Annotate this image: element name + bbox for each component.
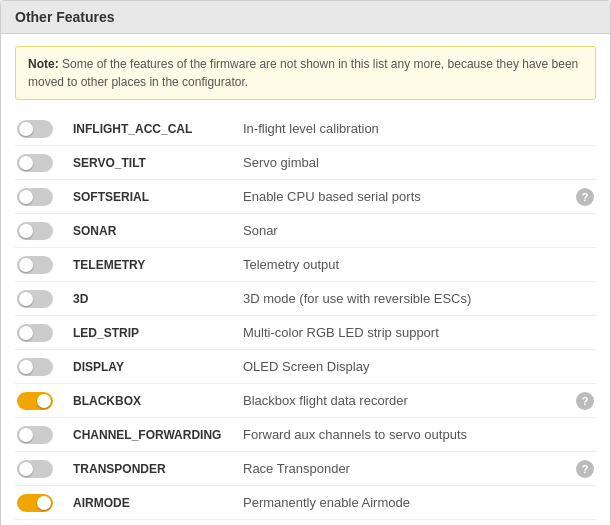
feature-desc-channel-forwarding: Forward aux channels to servo outputs bbox=[243, 427, 594, 442]
toggle-led-strip[interactable] bbox=[17, 324, 73, 342]
feature-row: SOFTSERIALEnable CPU based serial ports? bbox=[15, 180, 596, 214]
feature-row: AIRMODEPermanently enable Airmode bbox=[15, 486, 596, 520]
feature-desc-sonar: Sonar bbox=[243, 223, 594, 238]
feature-row: SONARSonar bbox=[15, 214, 596, 248]
feature-row: CHANNEL_FORWARDINGForward aux channels t… bbox=[15, 418, 596, 452]
toggle-telemetry[interactable] bbox=[17, 256, 73, 274]
panel-body: Note: Some of the features of the firmwa… bbox=[1, 34, 610, 525]
feature-row: TELEMETRYTelemetry output bbox=[15, 248, 596, 282]
feature-row: SERVO_TILTServo gimbal bbox=[15, 146, 596, 180]
feature-row: INFLIGHT_ACC_CALIn-flight level calibrat… bbox=[15, 112, 596, 146]
feature-desc-softserial: Enable CPU based serial ports bbox=[243, 189, 570, 204]
toggle-transponder[interactable] bbox=[17, 460, 73, 478]
feature-desc-transponder: Race Transponder bbox=[243, 461, 570, 476]
note-prefix: Note: bbox=[28, 57, 59, 71]
feature-row: DISPLAYOLED Screen Display bbox=[15, 350, 596, 384]
feature-desc-display: OLED Screen Display bbox=[243, 359, 594, 374]
feature-desc-telemetry: Telemetry output bbox=[243, 257, 594, 272]
feature-desc-airmode: Permanently enable Airmode bbox=[243, 495, 594, 510]
toggle-inflight-acc-cal[interactable] bbox=[17, 120, 73, 138]
feature-name-channel-forwarding: CHANNEL_FORWARDING bbox=[73, 428, 243, 442]
feature-name-3d: 3D bbox=[73, 292, 243, 306]
other-features-panel: Other Features Note: Some of the feature… bbox=[0, 0, 611, 525]
feature-name-led-strip: LED_STRIP bbox=[73, 326, 243, 340]
feature-desc-led-strip: Multi-color RGB LED strip support bbox=[243, 325, 594, 340]
panel-title: Other Features bbox=[1, 1, 610, 34]
feature-desc-servo-tilt: Servo gimbal bbox=[243, 155, 594, 170]
feature-name-inflight-acc-cal: INFLIGHT_ACC_CAL bbox=[73, 122, 243, 136]
feature-row: 3D3D mode (for use with reversible ESCs) bbox=[15, 282, 596, 316]
feature-name-softserial: SOFTSERIAL bbox=[73, 190, 243, 204]
toggle-channel-forwarding[interactable] bbox=[17, 426, 73, 444]
toggle-sonar[interactable] bbox=[17, 222, 73, 240]
feature-name-telemetry: TELEMETRY bbox=[73, 258, 243, 272]
help-icon-transponder[interactable]: ? bbox=[576, 460, 594, 478]
feature-name-display: DISPLAY bbox=[73, 360, 243, 374]
note-box: Note: Some of the features of the firmwa… bbox=[15, 46, 596, 100]
feature-row: TRANSPONDERRace Transponder? bbox=[15, 452, 596, 486]
feature-desc-inflight-acc-cal: In-flight level calibration bbox=[243, 121, 594, 136]
toggle-display[interactable] bbox=[17, 358, 73, 376]
toggle-softserial[interactable] bbox=[17, 188, 73, 206]
feature-name-blackbox: BLACKBOX bbox=[73, 394, 243, 408]
feature-name-airmode: AIRMODE bbox=[73, 496, 243, 510]
feature-desc-blackbox: Blackbox flight data recorder bbox=[243, 393, 570, 408]
feature-name-transponder: TRANSPONDER bbox=[73, 462, 243, 476]
toggle-servo-tilt[interactable] bbox=[17, 154, 73, 172]
help-icon-blackbox[interactable]: ? bbox=[576, 392, 594, 410]
features-list: INFLIGHT_ACC_CALIn-flight level calibrat… bbox=[15, 112, 596, 525]
feature-row: BLACKBOXBlackbox flight data recorder? bbox=[15, 384, 596, 418]
toggle-3d[interactable] bbox=[17, 290, 73, 308]
note-text: Some of the features of the firmware are… bbox=[28, 57, 578, 89]
toggle-airmode[interactable] bbox=[17, 494, 73, 512]
feature-row: OSDOn Screen Display bbox=[15, 520, 596, 525]
help-icon-softserial[interactable]: ? bbox=[576, 188, 594, 206]
toggle-blackbox[interactable] bbox=[17, 392, 73, 410]
feature-name-servo-tilt: SERVO_TILT bbox=[73, 156, 243, 170]
feature-row: LED_STRIPMulti-color RGB LED strip suppo… bbox=[15, 316, 596, 350]
feature-desc-3d: 3D mode (for use with reversible ESCs) bbox=[243, 291, 594, 306]
feature-name-sonar: SONAR bbox=[73, 224, 243, 238]
